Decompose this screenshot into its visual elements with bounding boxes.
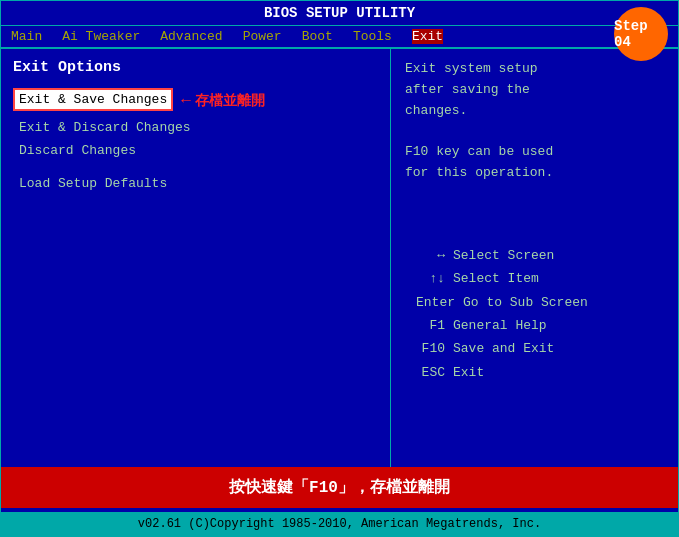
nav-ai-tweaker[interactable]: Ai Tweaker bbox=[62, 29, 140, 44]
nav-bar: Main Ai Tweaker Advanced Power Boot Tool… bbox=[1, 26, 678, 48]
annotation-text: 存檔並離開 bbox=[195, 92, 265, 110]
section-title: Exit Options bbox=[13, 59, 378, 76]
key-row-select-item: ↑↓ Select Item bbox=[405, 267, 664, 290]
main-content: Exit Options Exit & Save Changes ← 存檔並離開… bbox=[1, 48, 678, 471]
right-description: Exit system setup after saving the chang… bbox=[405, 59, 664, 184]
key-row-f10: F10 Save and Exit bbox=[405, 337, 664, 360]
key-row-enter: Enter Go to Sub Screen bbox=[405, 291, 664, 314]
key-row-select-screen: ↔ Select Screen bbox=[405, 244, 664, 267]
arrow-symbol: ← bbox=[181, 92, 191, 110]
menu-item-discard[interactable]: Discard Changes bbox=[13, 140, 378, 161]
nav-boot[interactable]: Boot bbox=[302, 29, 333, 44]
bottom-banner: 按快速鍵「F10」，存檔並離開 bbox=[1, 467, 678, 508]
nav-main[interactable]: Main bbox=[11, 29, 42, 44]
key-row-esc: ESC Exit bbox=[405, 361, 664, 384]
bios-title: BIOS SETUP UTILITY bbox=[1, 1, 678, 26]
nav-exit[interactable]: Exit bbox=[412, 29, 443, 44]
right-panel: Exit system setup after saving the chang… bbox=[391, 49, 678, 471]
nav-advanced[interactable]: Advanced bbox=[160, 29, 222, 44]
footer: v02.61 (C)Copyright 1985-2010, American … bbox=[1, 512, 678, 536]
left-panel: Exit Options Exit & Save Changes ← 存檔並離開… bbox=[1, 49, 391, 471]
menu-item-exit-save[interactable]: Exit & Save Changes bbox=[13, 88, 173, 111]
menu-item-exit-discard[interactable]: Exit & Discard Changes bbox=[13, 117, 378, 138]
nav-tools[interactable]: Tools bbox=[353, 29, 392, 44]
menu-item-load-defaults[interactable]: Load Setup Defaults bbox=[13, 173, 378, 194]
key-row-f1: F1 General Help bbox=[405, 314, 664, 337]
key-legend: ↔ Select Screen ↑↓ Select Item Enter Go … bbox=[405, 244, 664, 384]
step-badge: Step 04 bbox=[614, 7, 668, 61]
nav-power[interactable]: Power bbox=[243, 29, 282, 44]
